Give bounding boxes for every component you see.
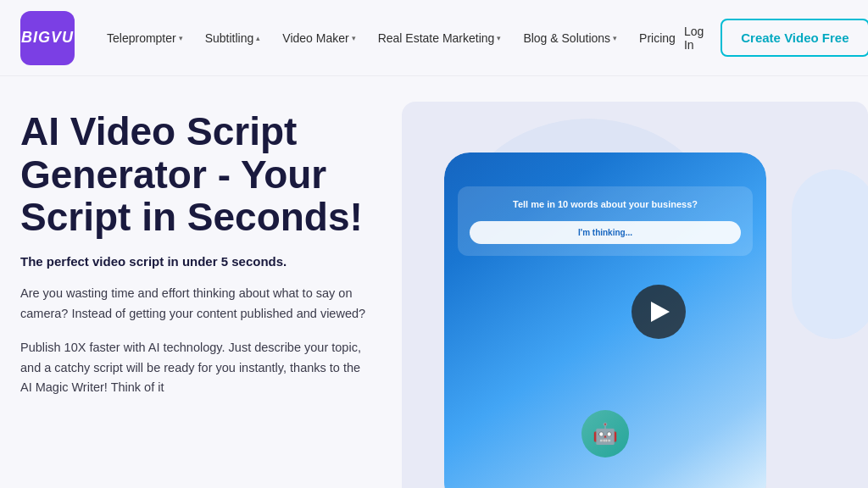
logo[interactable]: BIGVU — [20, 11, 75, 65]
logo-text: BIGVU — [21, 29, 74, 47]
hero-text: AI Video Script Generator - Your Script … — [20, 110, 385, 488]
play-button[interactable] — [632, 285, 686, 339]
hero-video-area: Tell me in 10 words about your business?… — [402, 110, 848, 488]
phone-thinking-text: I'm thinking... — [470, 221, 741, 244]
header-left: BIGVU Teleprompter ▾ Subtitling ▴ Video … — [20, 11, 684, 65]
hero-description-1: Are you wasting time and effort thinking… — [20, 284, 368, 324]
phone-screen-content: Tell me in 10 words about your business?… — [458, 186, 753, 256]
chevron-down-icon: ▾ — [352, 34, 356, 42]
chevron-down-icon: ▾ — [179, 34, 183, 42]
chevron-down-icon: ▴ — [256, 34, 260, 42]
hero-description-2: Publish 10X faster with AI technology. J… — [20, 338, 368, 399]
nav-item-real-estate[interactable]: Real Estate Marketing ▾ — [370, 26, 510, 50]
phone-screen: Tell me in 10 words about your business?… — [444, 152, 766, 488]
phone-question-text: Tell me in 10 words about your business? — [470, 198, 741, 211]
nav-item-video-maker[interactable]: Video Maker ▾ — [274, 26, 364, 50]
header: BIGVU Teleprompter ▾ Subtitling ▴ Video … — [0, 0, 868, 76]
nav-item-teleprompter[interactable]: Teleprompter ▾ — [98, 26, 192, 50]
nav-item-pricing[interactable]: Pricing — [631, 26, 684, 50]
nav-item-blog[interactable]: Blog & Solutions ▾ — [515, 26, 626, 50]
main-content: AI Video Script Generator - Your Script … — [0, 76, 868, 488]
chevron-down-icon: ▾ — [613, 34, 617, 42]
decorative-blob — [792, 169, 868, 339]
create-video-button[interactable]: Create Video Free — [721, 19, 868, 57]
header-right: Log In Create Video Free — [684, 19, 868, 57]
hero-headline: AI Video Script Generator - Your Script … — [20, 110, 368, 239]
phone-mockup: Tell me in 10 words about your business?… — [444, 152, 766, 488]
login-link[interactable]: Log In — [684, 25, 704, 52]
nav-item-subtitling[interactable]: Subtitling ▴ — [197, 26, 270, 50]
video-container: Tell me in 10 words about your business?… — [402, 102, 868, 488]
main-nav: Teleprompter ▾ Subtitling ▴ Video Maker … — [98, 26, 684, 50]
phone-bot-icon: 🤖 — [581, 410, 629, 458]
chevron-down-icon: ▾ — [497, 34, 501, 42]
hero-subheadline: The perfect video script in under 5 seco… — [20, 254, 368, 269]
play-icon — [651, 302, 670, 322]
